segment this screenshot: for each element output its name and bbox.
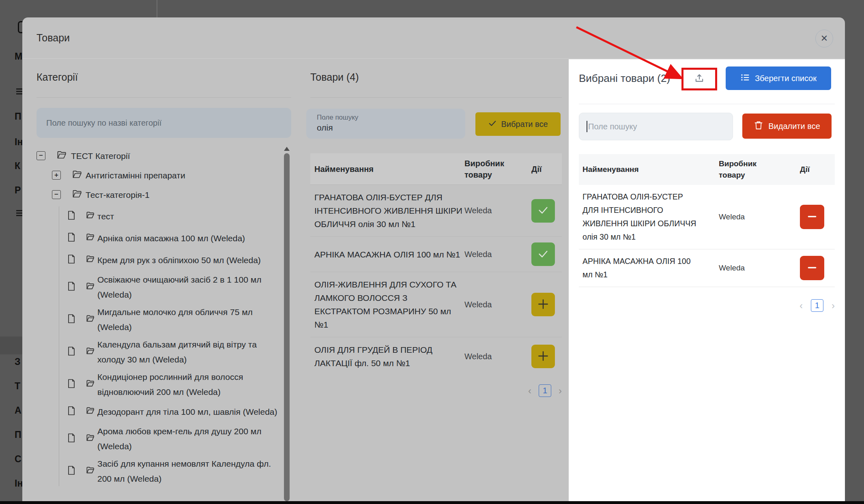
table-row: ГРАНАТОВА ОЛІЯ-БУСТЕР ДЛЯ ІНТЕНСИВНОГО Ж… bbox=[579, 185, 835, 249]
page-number-button[interactable]: 1 bbox=[811, 299, 823, 312]
tree-item[interactable]: Засіб для купання немовлят Календула фл.… bbox=[59, 456, 299, 486]
page-icon bbox=[68, 466, 75, 477]
folder-icon bbox=[86, 434, 95, 444]
tree-item[interactable]: тест bbox=[59, 206, 299, 226]
add-product-button[interactable] bbox=[531, 345, 555, 368]
selected-products-panel: Вибрані товари (2) Зберегти список Поле … bbox=[569, 59, 845, 504]
tree-item[interactable]: − Тест-категорія-1 bbox=[37, 185, 299, 204]
selected-title: Вибрані товари (2) bbox=[579, 72, 670, 85]
category-tree: − ТЕСТ Категорії + Антигістамінні препар… bbox=[37, 146, 299, 489]
page-icon bbox=[68, 255, 75, 266]
add-product-button[interactable] bbox=[531, 293, 555, 316]
next-page-icon[interactable]: › bbox=[832, 300, 835, 312]
added-check-button[interactable] bbox=[531, 199, 555, 223]
page-number-button[interactable]: 1 bbox=[539, 384, 551, 397]
category-search-placeholder: Поле пошуку по назві категорії bbox=[46, 118, 161, 128]
select-all-button[interactable]: Вибрати все bbox=[475, 112, 561, 136]
prev-page-icon[interactable]: ‹ bbox=[800, 300, 803, 312]
product-search-label: Поле пошуку bbox=[317, 114, 465, 122]
folder-icon bbox=[86, 466, 95, 476]
collapse-icon[interactable]: − bbox=[52, 190, 61, 199]
prev-page-icon[interactable]: ‹ bbox=[528, 385, 531, 397]
delete-all-button[interactable]: Видалити все bbox=[742, 114, 832, 139]
expand-icon[interactable]: + bbox=[52, 171, 61, 180]
upload-button-highlight-box[interactable] bbox=[681, 68, 717, 90]
text-cursor bbox=[587, 121, 587, 132]
tree-item[interactable]: Кондиціонер рослинний для волосся віднов… bbox=[59, 369, 299, 399]
folder-icon bbox=[86, 347, 95, 357]
categories-title: Категорії bbox=[37, 71, 78, 83]
product-vendor: Weleda bbox=[464, 352, 531, 361]
close-icon[interactable]: ✕ bbox=[815, 30, 833, 47]
selected-search-placeholder: Поле пошуку bbox=[588, 122, 637, 131]
folder-icon bbox=[57, 150, 67, 161]
tree-item-label: Кондиціонер рослинний для волосся віднов… bbox=[97, 369, 285, 399]
folder-icon bbox=[72, 189, 82, 200]
product-name: ГРАНАТОВА ОЛІЯ-БУСТЕР ДЛЯ ІНТЕНСИВНОГО Ж… bbox=[310, 191, 464, 231]
page-icon bbox=[68, 233, 75, 244]
next-page-icon[interactable]: › bbox=[559, 385, 562, 397]
page-icon bbox=[68, 211, 75, 222]
tree-item-label: Тест-категорія-1 bbox=[86, 187, 150, 202]
folder-icon bbox=[86, 407, 95, 416]
tree-item-label: Календула бальзам дитячий від вітру та х… bbox=[97, 337, 285, 367]
scroll-up-icon[interactable] bbox=[284, 147, 290, 151]
check-icon bbox=[537, 248, 549, 261]
tree-item[interactable]: Освіжаюче очищаючий засіб 2 в 1 100 мл (… bbox=[59, 272, 299, 302]
folder-icon bbox=[86, 380, 95, 389]
plus-icon bbox=[537, 350, 550, 364]
save-list-button[interactable]: Зберегти список bbox=[726, 66, 831, 90]
product-vendor: Weleda bbox=[464, 300, 531, 309]
tree-item[interactable]: Арома любов крем-гель для душу 200 мл (W… bbox=[59, 424, 299, 454]
tree-item-label: Засіб для купання немовлят Календула фл.… bbox=[97, 456, 285, 486]
tree-item[interactable]: − ТЕСТ Категорії bbox=[37, 146, 299, 165]
select-all-label: Вибрати все bbox=[501, 120, 548, 129]
page-icon bbox=[68, 314, 75, 325]
plus-icon bbox=[537, 298, 550, 312]
product-search-input[interactable]: Поле пошуку олія bbox=[306, 109, 465, 139]
tree-item[interactable]: Арніка олія масажна 100 мл (Weleda) bbox=[59, 228, 299, 248]
scrollbar-thumb[interactable] bbox=[284, 153, 290, 501]
sidebar-active-item bbox=[0, 337, 22, 354]
page-icon bbox=[68, 433, 75, 444]
save-list-label: Зберегти список bbox=[755, 74, 817, 83]
trash-icon bbox=[754, 120, 763, 132]
selected-search-input[interactable]: Поле пошуку bbox=[579, 113, 733, 140]
remove-product-button[interactable] bbox=[800, 256, 824, 280]
tree-item[interactable]: Календула бальзам дитячий від вітру та х… bbox=[59, 337, 299, 367]
column-header: Найменування bbox=[579, 164, 719, 175]
table-header-row: Найменування Виробник товару Дії bbox=[579, 154, 835, 185]
tree-item[interactable]: Мигдальне молочко для обличчя 75 мл (Wel… bbox=[59, 305, 299, 335]
product-name: ГРАНАТОВА ОЛІЯ-БУСТЕР ДЛЯ ІНТЕНСИВНОГО Ж… bbox=[579, 190, 701, 244]
category-search-input[interactable]: Поле пошуку по назві категорії bbox=[37, 108, 291, 138]
screen-bottom-bar bbox=[0, 501, 864, 504]
tree-item[interactable]: Крем для рук з обліпихою 50 мл (Weleda) bbox=[59, 250, 299, 270]
product-name: АРНІКА МАСАЖНА ОЛІЯ 100 мл №1 bbox=[310, 248, 464, 261]
tree-scrollbar[interactable] bbox=[284, 147, 290, 504]
added-check-button[interactable] bbox=[531, 242, 555, 266]
tree-item-label: Мигдальне молочко для обличчя 75 мл (Wel… bbox=[97, 305, 285, 335]
product-vendor: Weleda bbox=[464, 206, 531, 215]
folder-icon bbox=[86, 315, 95, 324]
tree-item[interactable]: + Антигістамінні препарати bbox=[37, 165, 299, 185]
folder-icon bbox=[72, 170, 82, 181]
divider bbox=[579, 104, 835, 104]
table-row: ОЛІЯ ДЛЯ ГРУДЕЙ В ПЕРІОД ЛАКТАЦІЇ фл. 50… bbox=[310, 337, 562, 375]
product-vendor: Weleda bbox=[719, 212, 800, 221]
product-name: ОЛІЯ-ЖИВЛЕННЯ ДЛЯ СУХОГО ТА ЛАМКОГО ВОЛО… bbox=[310, 278, 464, 331]
table-row: ОЛІЯ-ЖИВЛЕННЯ ДЛЯ СУХОГО ТА ЛАМКОГО ВОЛО… bbox=[310, 272, 562, 337]
page-icon bbox=[68, 282, 75, 293]
tree-item-label: Дезодорант для тіла 100 мл, шавлія (Wele… bbox=[97, 404, 277, 419]
tree-item-label: тест bbox=[97, 209, 114, 224]
product-vendor: Weleda bbox=[464, 250, 531, 259]
folder-icon bbox=[86, 282, 95, 292]
page-divider bbox=[157, 0, 157, 17]
collapse-icon[interactable]: − bbox=[37, 151, 45, 160]
remove-product-button[interactable] bbox=[800, 205, 824, 229]
tree-item[interactable]: Дезодорант для тіла 100 мл, шавлія (Wele… bbox=[59, 402, 299, 421]
page-icon bbox=[68, 406, 75, 417]
check-icon bbox=[537, 204, 549, 217]
page-icon bbox=[68, 347, 75, 358]
column-header: Найменування bbox=[310, 163, 464, 175]
tree-item-label: Антигістамінні препарати bbox=[86, 168, 185, 183]
